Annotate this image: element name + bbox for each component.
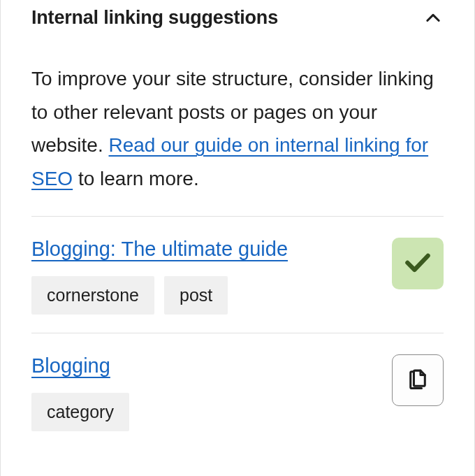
suggestion-link[interactable]: Blogging: The ultimate guide [31,238,288,261]
suggestion-badges: category [31,393,381,431]
copy-icon [404,366,431,395]
intro-suffix: to learn more. [73,168,199,189]
panel-header[interactable]: Internal linking suggestions [1,0,474,48]
check-icon [402,247,433,280]
panel-body: To improve your site structure, consider… [1,48,474,466]
linked-check-button[interactable] [392,238,444,289]
suggestion-item: Blogging: The ultimate guide cornerstone… [31,217,444,333]
internal-linking-panel: Internal linking suggestions To improve … [0,0,475,476]
intro-text: To improve your site structure, consider… [31,48,444,216]
suggestion-badges: cornerstone post [31,276,381,315]
copy-link-button[interactable] [392,354,444,406]
suggestion-item: Blogging category [31,333,444,449]
suggestion-link[interactable]: Blogging [31,354,110,377]
chevron-up-icon[interactable] [423,8,444,29]
badge: cornerstone [31,276,154,315]
panel-title: Internal linking suggestions [31,7,278,29]
badge: category [31,393,129,431]
badge: post [164,276,228,315]
